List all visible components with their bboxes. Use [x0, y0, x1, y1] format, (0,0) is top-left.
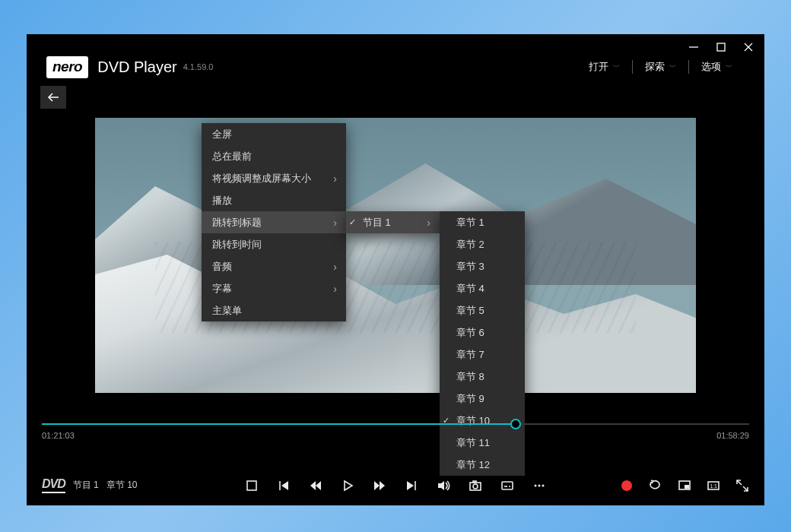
status-title: 节目 1	[73, 479, 99, 492]
time-total: 01:58:29	[716, 431, 749, 440]
record-button[interactable]	[620, 479, 634, 492]
svg-marker-13	[407, 481, 414, 490]
arrow-left-icon	[47, 92, 59, 103]
svg-marker-10	[345, 481, 352, 490]
context-menu-label: 跳转到时间	[212, 238, 262, 252]
chapter-menu-label: 章节 7	[456, 348, 484, 362]
volume-button[interactable]	[437, 479, 450, 492]
nav-explore[interactable]: 探索﹀	[633, 60, 689, 74]
subtitle-button[interactable]	[500, 479, 514, 492]
app-version: 4.1.59.0	[183, 62, 214, 71]
svg-line-30	[743, 486, 748, 491]
chapter-menu-item[interactable]: 章节 6	[440, 321, 525, 344]
aspect-button[interactable]: 1:1	[707, 479, 720, 492]
context-menu-label: 全屏	[212, 128, 232, 141]
context-menu-item[interactable]: 全屏	[202, 123, 346, 145]
context-menu-label: 音频	[212, 260, 232, 274]
dvd-logo: DVD	[42, 477, 65, 493]
repeat-button[interactable]	[649, 479, 662, 492]
nav-explore-label: 探索	[645, 60, 665, 74]
chapter-menu-label: 章节 6	[456, 326, 484, 340]
window-controls	[688, 42, 754, 52]
check-icon: ✓	[349, 217, 356, 227]
context-menu-label: 字幕	[212, 282, 232, 296]
context-menu-item[interactable]: 主菜单	[202, 299, 346, 321]
back-button[interactable]	[40, 86, 66, 109]
more-button[interactable]	[532, 479, 546, 492]
status-chapter: 章节 10	[106, 479, 138, 492]
chapter-menu-item[interactable]: 章节 2	[440, 233, 525, 255]
title-menu-item[interactable]: ✓节目 1	[346, 211, 440, 233]
chapter-menu-label: 章节 2	[456, 238, 484, 252]
header: nero DVD Player 4.1.59.0 打开﹀ 探索﹀ 选项﹀	[27, 34, 764, 78]
svg-marker-15	[438, 481, 444, 490]
svg-point-24	[542, 484, 545, 486]
video-viewport[interactable]	[95, 118, 696, 393]
title-menu-label: 节目 1	[363, 216, 391, 230]
title-submenu: ✓节目 1	[346, 211, 440, 233]
transport-controls	[245, 479, 546, 492]
pip-button[interactable]	[678, 479, 691, 492]
forward-button[interactable]	[373, 479, 386, 492]
chapter-menu-item[interactable]: 章节 7	[440, 344, 525, 366]
maximize-button[interactable]	[716, 42, 726, 52]
context-menu-item[interactable]: 播放	[202, 189, 346, 211]
svg-marker-7	[281, 481, 288, 490]
nav-open[interactable]: 打开﹀	[577, 60, 633, 74]
close-button[interactable]	[743, 42, 754, 52]
svg-rect-5	[247, 481, 256, 490]
context-menu-label: 播放	[212, 194, 232, 207]
svg-marker-11	[374, 481, 380, 490]
next-button[interactable]	[405, 479, 418, 492]
context-menu: 全屏总在最前将视频调整成屏幕大小播放跳转到标题跳转到时间音频字幕主菜单	[202, 123, 346, 321]
chapter-menu-item[interactable]: 章节 3	[440, 255, 525, 277]
nav-open-label: 打开	[589, 60, 608, 74]
nav-options[interactable]: 选项﹀	[689, 60, 745, 74]
chapter-menu-label: 章节 12	[456, 458, 490, 472]
time-elapsed: 01:21:03	[42, 431, 75, 440]
record-icon	[621, 480, 632, 491]
chapter-menu-label: 章节 3	[456, 260, 484, 274]
svg-marker-8	[310, 481, 316, 490]
context-menu-item[interactable]: 跳转到时间	[202, 233, 346, 255]
chapter-menu-label: 章节 8	[456, 370, 484, 384]
context-menu-label: 跳转到标题	[212, 216, 262, 230]
chapter-menu-label: 章节 1	[456, 216, 484, 230]
chapter-menu-item[interactable]: 章节 4	[440, 277, 525, 299]
snapshot-button[interactable]	[469, 479, 482, 492]
app-title: DVD Player	[97, 59, 176, 76]
rewind-button[interactable]	[309, 479, 322, 492]
context-menu-item[interactable]: 跳转到标题	[202, 211, 346, 233]
svg-point-17	[473, 484, 478, 489]
chapter-menu-item[interactable]: 章节 9	[440, 388, 525, 410]
seek-bar[interactable]	[42, 423, 749, 425]
prev-button[interactable]	[277, 479, 291, 492]
svg-rect-1	[717, 43, 725, 51]
svg-text:1:1: 1:1	[710, 483, 717, 489]
context-menu-item[interactable]: 字幕	[202, 277, 346, 299]
svg-point-22	[535, 484, 537, 486]
status-area: DVD 节目 1 章节 10	[42, 477, 137, 493]
chapter-menu-item[interactable]: 章节 1	[440, 211, 525, 233]
seek-knob[interactable]	[510, 419, 521, 429]
play-button[interactable]	[341, 479, 354, 492]
minimize-button[interactable]	[688, 42, 699, 52]
svg-line-29	[737, 480, 742, 485]
chevron-down-icon: ﹀	[613, 62, 620, 72]
context-menu-item[interactable]: 总在最前	[202, 145, 346, 167]
context-menu-label: 主菜单	[212, 304, 242, 318]
right-controls: 1:1	[620, 479, 749, 492]
chapter-menu-item[interactable]: 章节 5	[440, 299, 525, 321]
nav-options-label: 选项	[701, 60, 721, 74]
context-menu-item[interactable]: 音频	[202, 255, 346, 277]
context-menu-item[interactable]: 将视频调整成屏幕大小	[202, 167, 346, 189]
fullscreen-button[interactable]	[735, 479, 749, 492]
svg-point-23	[538, 484, 541, 486]
chapter-menu-label: 章节 4	[456, 282, 484, 296]
chapter-menu-label: 章节 9	[456, 392, 484, 406]
svg-rect-26	[685, 485, 689, 489]
stop-button[interactable]	[245, 479, 259, 492]
chevron-down-icon: ﹀	[669, 62, 676, 72]
chapter-menu-item[interactable]: 章节 8	[440, 366, 525, 388]
chapter-menu-item[interactable]: 章节 12	[440, 454, 525, 476]
